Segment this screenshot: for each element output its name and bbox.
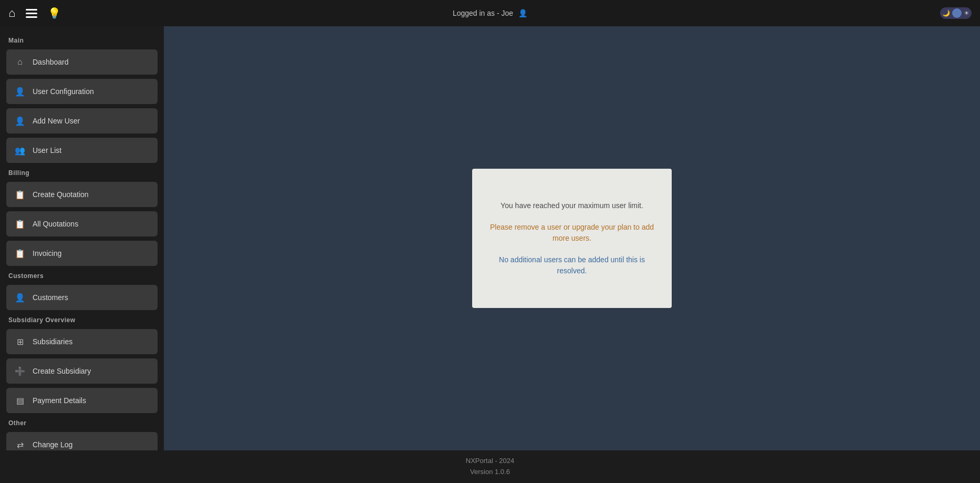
alert-line-3: No additional users can be added until t… — [488, 254, 656, 276]
create-subsidiary-icon: ➕ — [13, 364, 27, 378]
create-subsidiary-label: Create Subsidiary — [33, 367, 91, 375]
dashboard-icon: ⌂ — [13, 55, 27, 69]
top-header: ⌂ 💡 Logged in as - Joe 👤 🌙 ☀ — [0, 0, 980, 26]
toggle-knob — [952, 8, 962, 18]
payment-details-label: Payment Details — [33, 396, 86, 405]
sidebar: Main⌂Dashboard👤User Configuration👤Add Ne… — [0, 26, 164, 450]
customers-label: Customers — [33, 293, 68, 302]
alert-line-2: Please remove a user or upgrade your pla… — [488, 222, 656, 244]
user-configuration-label: User Configuration — [33, 87, 94, 96]
sidebar-item-dashboard[interactable]: ⌂Dashboard — [6, 49, 158, 75]
sidebar-item-create-subsidiary[interactable]: ➕Create Subsidiary — [6, 358, 158, 384]
header-right: 🌙 ☀ — [940, 7, 972, 19]
create-quotation-label: Create Quotation — [33, 190, 89, 199]
all-quotations-icon: 📋 — [13, 217, 27, 231]
footer-version: Version 1.0.6 — [5, 467, 975, 478]
footer-brand: NXPortal - 2024 — [5, 456, 975, 467]
add-new-user-label: Add New User — [33, 117, 80, 125]
section-label-main: Main — [6, 35, 158, 45]
sidebar-item-change-log[interactable]: ⇄Change Log — [6, 432, 158, 450]
section-label-billing: Billing — [6, 167, 158, 178]
main-content: You have reached your maximum user limit… — [164, 26, 980, 450]
body-area: Main⌂Dashboard👤User Configuration👤Add Ne… — [0, 26, 980, 450]
subsidiaries-label: Subsidiaries — [33, 337, 72, 346]
sidebar-item-invoicing[interactable]: 📋Invoicing — [6, 241, 158, 266]
section-label-other: Other — [6, 417, 158, 428]
logged-in-text: Logged in as - Joe — [453, 9, 513, 17]
sidebar-item-customers[interactable]: 👤Customers — [6, 285, 158, 310]
subsidiaries-icon: ⊞ — [13, 334, 27, 349]
payment-details-icon: ▤ — [13, 393, 27, 408]
section-label-customers: Customers — [6, 270, 158, 281]
dark-mode-toggle[interactable]: 🌙 ☀ — [940, 7, 972, 19]
sun-icon: ☀ — [964, 9, 969, 17]
sidebar-item-payment-details[interactable]: ▤Payment Details — [6, 388, 158, 413]
sidebar-item-user-list[interactable]: 👥User List — [6, 138, 158, 163]
all-quotations-label: All Quotations — [33, 220, 78, 228]
alert-card: You have reached your maximum user limit… — [472, 169, 672, 308]
change-log-icon: ⇄ — [13, 437, 27, 450]
user-list-label: User List — [33, 146, 61, 155]
header-left: ⌂ 💡 — [8, 6, 61, 20]
header-center: Logged in as - Joe 👤 — [453, 9, 527, 17]
sidebar-item-user-configuration[interactable]: 👤User Configuration — [6, 79, 158, 104]
moon-icon: 🌙 — [942, 9, 950, 17]
sidebar-item-create-quotation[interactable]: 📋Create Quotation — [6, 182, 158, 207]
change-log-label: Change Log — [33, 440, 72, 449]
user-icon: 👤 — [518, 9, 527, 17]
alert-line-1: You have reached your maximum user limit… — [501, 200, 643, 211]
sidebar-item-subsidiaries[interactable]: ⊞Subsidiaries — [6, 329, 158, 354]
customers-icon: 👤 — [13, 290, 27, 305]
user-list-icon: 👥 — [13, 143, 27, 158]
bulb-icon[interactable]: 💡 — [48, 7, 61, 19]
sidebar-item-add-new-user[interactable]: 👤Add New User — [6, 108, 158, 133]
dashboard-label: Dashboard — [33, 58, 69, 66]
footer: NXPortal - 2024 Version 1.0.6 — [0, 450, 980, 483]
hamburger-icon[interactable] — [26, 9, 37, 18]
sidebar-item-all-quotations[interactable]: 📋All Quotations — [6, 211, 158, 237]
invoicing-label: Invoicing — [33, 249, 61, 258]
user-configuration-icon: 👤 — [13, 84, 27, 99]
invoicing-icon: 📋 — [13, 246, 27, 261]
add-new-user-icon: 👤 — [13, 114, 27, 128]
create-quotation-icon: 📋 — [13, 187, 27, 202]
section-label-subsidiary-overview: Subsidiary Overview — [6, 314, 158, 325]
home-icon[interactable]: ⌂ — [8, 6, 15, 20]
